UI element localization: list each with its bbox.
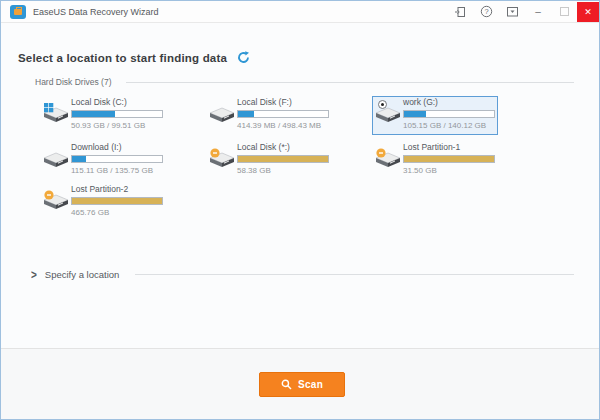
search-icon	[281, 379, 292, 390]
close-button[interactable]: ✕	[577, 2, 599, 22]
easeus-data-recovery-window: { "window": { "title": "EaseUS Data Reco…	[0, 0, 600, 420]
refresh-icon[interactable]	[237, 51, 250, 64]
drive-usage-fill	[238, 111, 254, 117]
drive-item[interactable]: Local Disk (F:)414.39 MB / 498.43 MB	[209, 97, 333, 135]
chevron-right-icon: >	[31, 268, 37, 281]
drive-usage-bar	[71, 197, 163, 205]
drive-size: 50.93 GB / 99.51 GB	[71, 121, 165, 130]
drive-item[interactable]: Download (I:)115.11 GB / 135.75 GB	[43, 142, 167, 180]
drive-usage-bar	[403, 155, 495, 163]
drive-size: 414.39 MB / 498.43 MB	[237, 121, 331, 130]
drive-usage-fill	[72, 111, 115, 117]
maximize-button[interactable]	[551, 1, 577, 22]
section-divider	[126, 82, 574, 83]
drive-usage-fill	[404, 111, 426, 117]
specify-divider	[135, 274, 574, 275]
drive-usage-fill	[72, 156, 86, 162]
page-title: Select a location to start finding data	[18, 52, 227, 64]
drive-usage-bar	[237, 155, 329, 163]
window-title: EaseUS Data Recovery Wizard	[33, 7, 159, 17]
minimize-button[interactable]: –	[525, 1, 551, 22]
drive-item[interactable]: work (G:)105.15 GB / 140.12 GB	[375, 97, 499, 135]
scan-button-label: Scan	[298, 379, 323, 390]
lost-partition-badge-icon	[44, 190, 53, 199]
specify-location-label: Specify a location	[45, 269, 119, 280]
drive-item[interactable]: Local Disk (C:)50.93 GB / 99.51 GB	[43, 97, 167, 135]
hard-drive-icon	[209, 148, 235, 172]
specify-location-toggle[interactable]: > Specify a location	[31, 269, 574, 280]
help-icon[interactable]: ?	[473, 1, 499, 22]
hard-drive-icon	[375, 103, 401, 127]
drive-usage-bar	[71, 110, 163, 118]
drive-usage-fill	[404, 156, 494, 162]
drive-label: Local Disk (*:)	[237, 142, 331, 152]
svg-text:?: ?	[484, 7, 488, 16]
drive-usage-fill	[72, 198, 162, 204]
section-hard-disk-drives: Hard Disk Drives (7)	[35, 77, 112, 87]
hard-drive-icon	[209, 103, 235, 127]
hard-drive-icon	[43, 148, 69, 172]
drive-size: 31.50 GB	[403, 166, 497, 175]
hard-drive-icon	[375, 148, 401, 172]
drive-label: Local Disk (F:)	[237, 97, 331, 107]
drive-label: work (G:)	[403, 97, 497, 107]
signin-icon[interactable]	[447, 1, 473, 22]
drive-item[interactable]: Lost Partition-131.50 GB	[375, 142, 499, 180]
menu-icon[interactable]	[499, 1, 525, 22]
hard-drive-icon	[43, 103, 69, 127]
drive-usage-bar	[71, 155, 163, 163]
titlebar: EaseUS Data Recovery Wizard ? – ✕	[1, 1, 599, 23]
lost-partition-badge-icon	[376, 148, 385, 157]
hard-drive-icon	[43, 190, 69, 214]
drive-size: 115.11 GB / 135.75 GB	[71, 166, 165, 175]
drive-label: Download (I:)	[71, 142, 165, 152]
footer: Scan	[1, 348, 599, 419]
drive-item[interactable]: Local Disk (*:)58.38 GB	[209, 142, 333, 180]
drive-usage-bar	[237, 110, 329, 118]
scan-button[interactable]: Scan	[259, 372, 345, 397]
drive-usage-bar	[403, 110, 495, 118]
drive-item[interactable]: Lost Partition-2465.76 GB	[43, 184, 167, 222]
drive-label: Lost Partition-1	[403, 142, 497, 152]
drive-size: 105.15 GB / 140.12 GB	[403, 121, 497, 130]
app-logo-icon	[10, 5, 26, 19]
drive-label: Local Disk (C:)	[71, 97, 165, 107]
drive-label: Lost Partition-2	[71, 184, 165, 194]
drive-size: 465.76 GB	[71, 208, 165, 217]
drive-size: 58.38 GB	[237, 166, 331, 175]
lost-partition-badge-icon	[210, 148, 219, 157]
drive-usage-fill	[238, 156, 328, 162]
